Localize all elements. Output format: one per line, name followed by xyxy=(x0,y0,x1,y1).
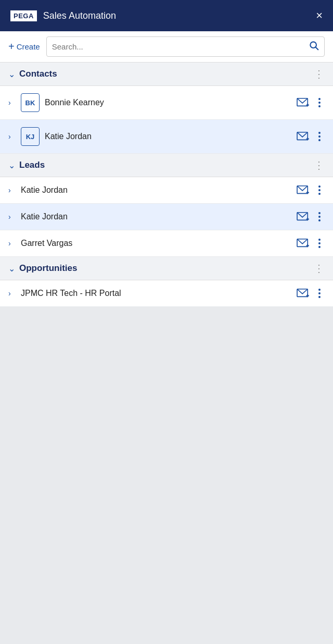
avatar-bk: BK xyxy=(21,93,40,112)
contact-actions-katie xyxy=(297,131,325,142)
mail-plus-icon-garret[interactable] xyxy=(297,238,310,249)
search-container xyxy=(46,36,325,57)
mail-plus-icon-katie[interactable] xyxy=(297,131,310,142)
lead-item-garret: › Garret Vargas xyxy=(0,230,333,257)
plus-icon: + xyxy=(8,41,15,53)
app-title: Sales Automation xyxy=(43,10,116,21)
avatar-kj: KJ xyxy=(21,127,40,146)
search-button[interactable] xyxy=(309,40,319,53)
opportunity-actions-jpmc xyxy=(297,288,325,299)
leads-collapse-icon[interactable]: ⌄ xyxy=(8,160,15,170)
opportunities-section-title: Opportunities xyxy=(19,263,77,274)
leads-more-icon[interactable]: ⋮ xyxy=(314,160,325,170)
create-label: Create xyxy=(17,42,40,51)
header-left: PEGA Sales Automation xyxy=(10,10,116,21)
contact-item-bonnie: › BK Bonnie Kearney xyxy=(0,86,333,120)
search-input[interactable] xyxy=(52,42,309,51)
pega-logo: PEGA xyxy=(10,10,37,21)
close-button[interactable]: × xyxy=(316,10,323,21)
app-header: PEGA Sales Automation × xyxy=(0,0,333,31)
more-menu-garret[interactable] xyxy=(314,239,325,248)
expand-icon[interactable]: › xyxy=(8,98,16,107)
lead-name-katie-1: Katie Jordan xyxy=(21,185,291,195)
opportunities-collapse-icon[interactable]: ⌄ xyxy=(8,264,15,274)
expand-icon[interactable]: › xyxy=(8,239,16,247)
opportunities-more-icon[interactable]: ⋮ xyxy=(314,263,325,274)
more-menu-lead-katie-1[interactable] xyxy=(314,185,325,195)
lead-item-katie-1: › Katie Jordan xyxy=(0,177,333,204)
more-menu-lead-katie-2[interactable] xyxy=(314,212,325,221)
contacts-section-title: Contacts xyxy=(19,69,57,79)
svg-line-1 xyxy=(316,47,318,50)
opportunity-name-jpmc: JPMC HR Tech - HR Portal xyxy=(21,289,291,298)
expand-icon[interactable]: › xyxy=(8,186,16,194)
more-menu-bonnie[interactable] xyxy=(314,98,325,107)
mail-plus-icon-bonnie[interactable] xyxy=(297,97,310,108)
lead-name-katie-2: Katie Jordan xyxy=(21,212,291,221)
leads-section-header: ⌄ Leads ⋮ xyxy=(0,154,333,177)
mail-plus-icon-lead-katie-2[interactable] xyxy=(297,211,310,222)
expand-icon[interactable]: › xyxy=(8,213,16,221)
toolbar: + Create xyxy=(0,31,333,63)
expand-icon[interactable]: › xyxy=(8,132,16,141)
lead-actions-katie-1 xyxy=(297,184,325,196)
mail-plus-icon-jpmc[interactable] xyxy=(297,288,310,299)
contact-name-bonnie: Bonnie Kearney xyxy=(45,98,291,107)
lead-item-katie-2: › Katie Jordan xyxy=(0,204,333,230)
lead-actions-garret xyxy=(297,238,325,249)
lead-actions-katie-2 xyxy=(297,211,325,222)
contact-item-katie: › KJ Katie Jordan xyxy=(0,120,333,154)
contacts-more-icon[interactable]: ⋮ xyxy=(314,69,325,79)
more-menu-katie-contact[interactable] xyxy=(314,132,325,141)
contact-name-katie: Katie Jordan xyxy=(45,132,291,141)
empty-area xyxy=(0,307,333,588)
more-menu-jpmc[interactable] xyxy=(314,289,325,298)
lead-name-garret: Garret Vargas xyxy=(21,239,291,248)
opportunity-item-jpmc: › JPMC HR Tech - HR Portal xyxy=(0,280,333,307)
mail-plus-icon-lead-katie-1[interactable] xyxy=(297,184,310,196)
opportunities-section-header: ⌄ Opportunities ⋮ xyxy=(0,257,333,280)
contacts-collapse-icon[interactable]: ⌄ xyxy=(8,69,15,79)
expand-icon[interactable]: › xyxy=(8,289,16,298)
contacts-section-header: ⌄ Contacts ⋮ xyxy=(0,63,333,86)
leads-section-title: Leads xyxy=(19,160,45,170)
create-button[interactable]: + Create xyxy=(8,41,40,53)
contact-actions-bonnie xyxy=(297,97,325,108)
